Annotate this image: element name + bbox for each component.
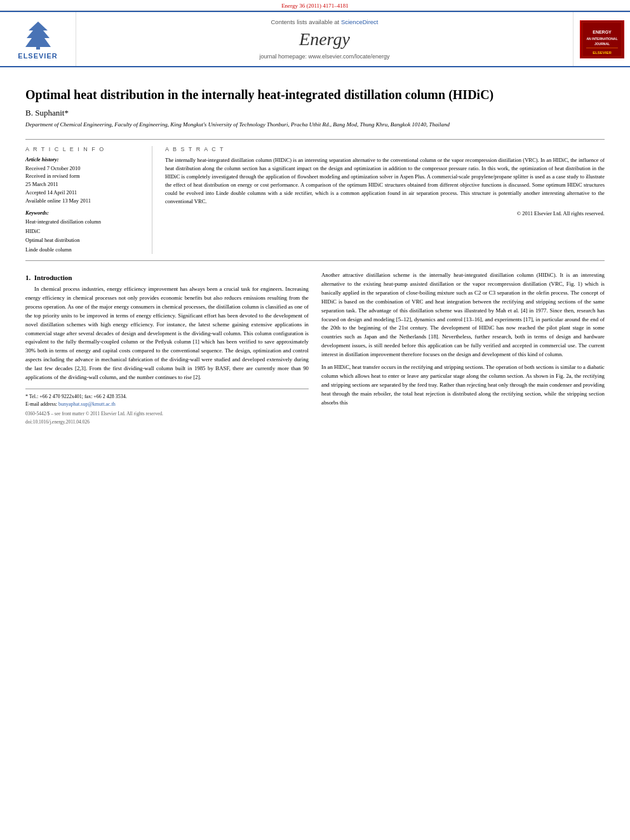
svg-text:AN INTERNATIONAL: AN INTERNATIONAL [586, 37, 617, 41]
journal-logo-right: ENERGY AN INTERNATIONAL JOURNAL ELSEVIER [573, 12, 630, 66]
right-paragraph-1: In an HIDiC, heat transfer occurs in the… [321, 363, 605, 407]
svg-text:ENERGY: ENERGY [593, 30, 612, 34]
keywords-label: Keywords: [25, 210, 142, 216]
history-item-4: Available online 13 May 2011 [25, 197, 142, 205]
history-item-0: Received 7 October 2010 [25, 164, 142, 173]
journal-header: ELSEVIER Contents lists available at Sci… [0, 11, 630, 67]
doi-line: doi:10.1016/j.energy.2011.04.026 [25, 419, 309, 425]
elsevier-tree-icon [13, 19, 64, 51]
keyword-3: Linde double column [25, 245, 142, 254]
abstract-text: The internally heat-integrated distillat… [165, 156, 605, 206]
keyword-1: HIDiC [25, 227, 142, 236]
energy-journal-logo: ENERGY AN INTERNATIONAL JOURNAL ELSEVIER [581, 21, 623, 58]
email-value[interactable]: bunyaphat.sup@kmutt.ac.th [58, 401, 116, 407]
sciencedirect-line: Contents lists available at ScienceDirec… [271, 18, 379, 25]
intro-paragraph-0: In chemical process industries, energy e… [25, 285, 309, 382]
journal-header-center: Contents lists available at ScienceDirec… [76, 12, 573, 66]
right-paragraph-0: Another attractive distillation scheme i… [321, 271, 605, 359]
body-left-column: 1. Introduction In chemical process indu… [25, 271, 309, 425]
section-title: Introduction [34, 274, 72, 281]
svg-rect-8 [586, 48, 618, 48]
article-info-column: A R T I C L E I N F O Article history: R… [25, 146, 152, 255]
body-section: 1. Introduction In chemical process indu… [25, 271, 605, 425]
sciencedirect-link[interactable]: ScienceDirect [341, 18, 379, 25]
keyword-2: Optimal heat distribution [25, 236, 142, 244]
history-item-3: Accepted 14 April 2011 [25, 189, 142, 197]
svg-text:JOURNAL: JOURNAL [594, 42, 609, 46]
author-name: B. Suphanit* [25, 108, 69, 117]
issn-line: 0360-5442/$ – see front matter © 2011 El… [25, 411, 309, 417]
article-author: B. Suphanit* [25, 108, 605, 118]
section-number: 1. [25, 274, 30, 281]
main-content: Optimal heat distribution in the interna… [0, 67, 630, 437]
article-info-label: A R T I C L E I N F O [25, 146, 142, 152]
sciencedirect-prefix: Contents lists available at [271, 18, 341, 25]
email-label: E-mail address: [25, 401, 57, 407]
article-title: Optimal heat distribution in the interna… [25, 86, 605, 103]
journal-homepage: journal homepage: www.elsevier.com/locat… [259, 53, 389, 60]
keyword-0: Heat-integrated distillation column [25, 217, 142, 226]
abstract-label: A B S T R A C T [165, 146, 605, 152]
history-item-1: Received in revised form [25, 172, 142, 180]
footnote-email: E-mail address: bunyaphat.sup@kmutt.ac.t… [25, 401, 309, 408]
elsevier-logo-section: ELSEVIER [0, 12, 76, 66]
introduction-heading: 1. Introduction [25, 274, 309, 281]
energy-logo-box: ENERGY AN INTERNATIONAL JOURNAL ELSEVIER [580, 20, 624, 58]
elsevier-logo: ELSEVIER [13, 19, 64, 60]
footnote-section: * Tel.: +66 2 470 9222x401; fax: +66 2 4… [25, 389, 309, 425]
top-banner: Energy 36 (2011) 4171–4181 [0, 0, 630, 11]
article-affiliation: Department of Chemical Engineering, Facu… [25, 121, 605, 129]
body-right-column: Another attractive distillation scheme i… [321, 271, 605, 425]
journal-title: Energy [299, 29, 350, 50]
abstract-copyright: © 2011 Elsevier Ltd. All rights reserved… [165, 210, 605, 217]
abstract-column: A B S T R A C T The internally heat-inte… [165, 146, 605, 255]
article-info-abstract-section: A R T I C L E I N F O Article history: R… [25, 139, 605, 262]
history-item-2: 25 March 2011 [25, 180, 142, 189]
banner-text: Energy 36 (2011) 4171–4181 [281, 3, 349, 9]
svg-rect-2 [36, 47, 40, 50]
history-label: Article history: [25, 156, 142, 163]
footnote-tel-fax: * Tel.: +66 2 470 9222x401; fax: +66 2 4… [25, 393, 309, 401]
elsevier-brand-text: ELSEVIER [18, 52, 57, 60]
svg-text:ELSEVIER: ELSEVIER [593, 51, 612, 55]
